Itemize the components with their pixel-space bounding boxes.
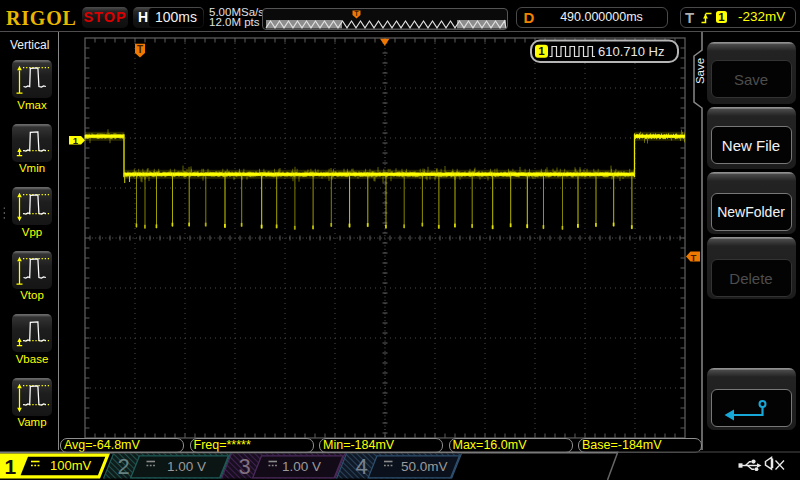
- svg-text:1.00 V: 1.00 V: [282, 459, 321, 474]
- svg-text:2: 2: [118, 454, 130, 479]
- svg-text:1: 1: [5, 455, 17, 478]
- svg-text:100mV: 100mV: [50, 458, 92, 473]
- svg-text:4: 4: [356, 454, 368, 479]
- svg-text:50.0mV: 50.0mV: [401, 459, 448, 474]
- svg-text:1.00 V: 1.00 V: [167, 459, 206, 474]
- svg-text:3: 3: [239, 454, 251, 479]
